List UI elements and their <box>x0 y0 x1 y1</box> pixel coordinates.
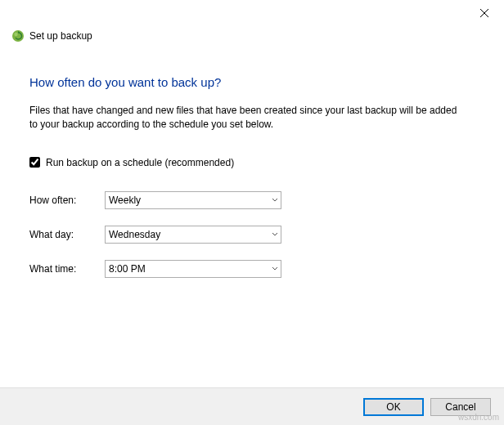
schedule-checkbox-row: Run backup on a schedule (recommended) <box>29 157 475 168</box>
how-often-select[interactable]: Weekly <box>105 191 281 209</box>
what-day-label: What day: <box>29 229 105 240</box>
button-bar: OK Cancel <box>0 387 504 425</box>
ok-button[interactable]: OK <box>363 398 424 416</box>
window-header: Set up backup <box>0 25 504 42</box>
content-area: How often do you want to back up? Files … <box>0 42 504 278</box>
svg-point-3 <box>14 33 17 36</box>
schedule-checkbox[interactable] <box>29 157 40 168</box>
how-often-row: How often: Weekly <box>29 191 475 209</box>
what-time-select[interactable]: 8:00 PM <box>105 260 281 278</box>
page-heading: How often do you want to back up? <box>29 75 475 89</box>
description-text: Files that have changed and new files th… <box>29 104 463 132</box>
what-day-select-wrap: Wednesday <box>105 226 281 244</box>
cancel-button[interactable]: Cancel <box>430 398 491 416</box>
close-button[interactable] <box>476 5 493 21</box>
backup-app-icon <box>11 29 25 42</box>
how-often-label: How often: <box>29 195 105 206</box>
schedule-checkbox-label[interactable]: Run backup on a schedule (recommended) <box>46 157 234 168</box>
how-often-select-wrap: Weekly <box>105 191 281 209</box>
titlebar <box>0 0 504 25</box>
window-title: Set up backup <box>29 30 92 42</box>
what-time-select-wrap: 8:00 PM <box>105 260 281 278</box>
close-icon <box>480 9 488 17</box>
what-time-row: What time: 8:00 PM <box>29 260 475 278</box>
what-day-row: What day: Wednesday <box>29 226 475 244</box>
what-day-select[interactable]: Wednesday <box>105 226 281 244</box>
what-time-label: What time: <box>29 263 105 275</box>
